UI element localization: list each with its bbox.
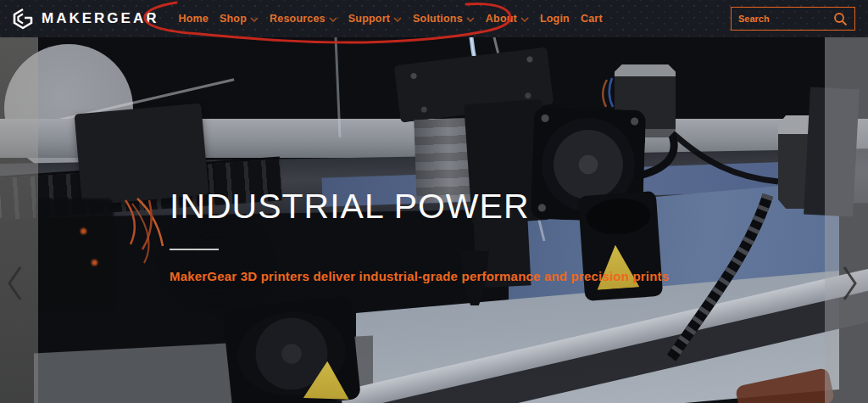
nav-item-home[interactable]: Home bbox=[177, 9, 209, 28]
chevron-right-icon bbox=[840, 265, 859, 302]
title-divider bbox=[170, 249, 219, 250]
nav-item-solutions[interactable]: Solutions bbox=[412, 9, 476, 28]
carousel-next-button[interactable] bbox=[837, 261, 861, 305]
chevron-down-icon bbox=[393, 17, 402, 22]
top-nav-bar: MAKERGEAR Home Shop Resources Support So… bbox=[0, 0, 868, 37]
brand-name: MAKERGEAR bbox=[42, 10, 159, 27]
carousel-left-edge bbox=[0, 37, 38, 403]
hero-title: INDUSTRIAL POWER bbox=[170, 187, 712, 227]
hero-tagline: MakerGear 3D printers deliver industrial… bbox=[170, 269, 712, 283]
chevron-down-icon bbox=[520, 17, 529, 22]
hero-carousel: INDUSTRIAL POWER MakerGear 3D printers d… bbox=[0, 37, 868, 403]
nav-item-login[interactable]: Login bbox=[539, 9, 570, 28]
chevron-down-icon bbox=[466, 17, 475, 22]
chevron-down-icon bbox=[250, 17, 259, 22]
chevron-down-icon bbox=[329, 17, 337, 22]
nav-item-shop[interactable]: Shop bbox=[219, 9, 259, 28]
nav-item-cart[interactable]: Cart bbox=[580, 9, 604, 28]
nav-item-about[interactable]: About bbox=[485, 9, 530, 28]
brand-logo[interactable]: MAKERGEAR bbox=[12, 8, 159, 30]
chevron-left-icon bbox=[6, 265, 25, 302]
page: MAKERGEAR Home Shop Resources Support So… bbox=[0, 0, 868, 403]
search-icon[interactable] bbox=[833, 12, 848, 26]
nav-item-support[interactable]: Support bbox=[348, 9, 403, 28]
search-input[interactable] bbox=[738, 14, 833, 24]
cooling-fan bbox=[222, 295, 361, 403]
main-nav: Home Shop Resources Support Solutions Ab… bbox=[177, 9, 603, 28]
carousel-prev-button[interactable] bbox=[3, 261, 27, 305]
nav-item-resources[interactable]: Resources bbox=[269, 9, 338, 28]
hero-text-block: INDUSTRIAL POWER MakerGear 3D printers d… bbox=[170, 187, 712, 283]
carousel-right-edge bbox=[825, 37, 868, 403]
makergear-logo-icon bbox=[12, 8, 34, 30]
search-box bbox=[731, 7, 855, 31]
